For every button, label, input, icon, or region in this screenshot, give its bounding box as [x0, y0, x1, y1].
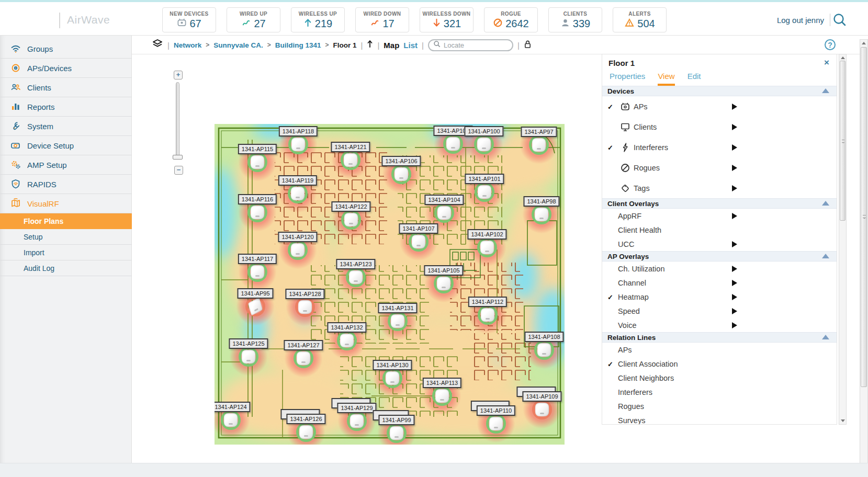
ap-marker[interactable]: 1341-AP122 — [341, 210, 361, 230]
sidebar-item-system[interactable]: System — [0, 117, 132, 136]
stat-card-wireless-up[interactable]: WIRELESS UP219 — [291, 7, 345, 32]
zoom-out-button[interactable]: − — [174, 166, 183, 175]
panel-row-aps[interactable]: ✓APs — [602, 96, 837, 117]
ap-marker[interactable]: 1341-AP108 — [534, 340, 554, 360]
close-icon[interactable]: × — [824, 58, 829, 68]
ap-marker[interactable]: 1341-AP1101341-AP110 — [486, 414, 506, 434]
zoom-slider-track[interactable] — [176, 82, 179, 157]
expand-arrow-icon[interactable] — [732, 308, 737, 314]
panel-row-rogues[interactable]: Rogues — [602, 157, 837, 178]
view-tab-map[interactable]: Map — [384, 41, 399, 50]
ap-marker[interactable]: 1341-AP104 — [434, 203, 454, 223]
section-header-relation-lines[interactable]: Relation Lines — [602, 332, 837, 343]
section-header-client-overlays[interactable]: Client Overlays — [602, 198, 837, 209]
ap-marker[interactable]: 1341-AP112 — [478, 305, 498, 325]
stat-card-clients[interactable]: CLIENTS339 — [548, 7, 602, 32]
collapse-icon[interactable] — [822, 335, 829, 339]
ap-marker[interactable]: 1341-AP101 — [475, 182, 494, 202]
panel-row-ch-utilization[interactable]: Ch. Utilization — [602, 262, 837, 276]
stat-card-new-devices[interactable]: NEW DEVICES67 — [162, 7, 216, 32]
stat-card-rogue[interactable]: ROGUE2642 — [484, 7, 538, 32]
stat-card-wireless-down[interactable]: WIRELESS DOWN321 — [420, 7, 474, 32]
page-scrollbar[interactable] — [860, 39, 868, 477]
section-header-ap-overlays[interactable]: AP Overlays — [602, 251, 837, 262]
panel-row-tags[interactable]: Tags — [602, 178, 837, 198]
view-tab-list[interactable]: List — [403, 41, 418, 50]
sidebar-item-clients[interactable]: Clients — [0, 78, 132, 97]
ap-marker[interactable]: 1341-AP130 — [382, 368, 402, 388]
layers-icon[interactable] — [152, 39, 163, 51]
expand-arrow-icon[interactable] — [732, 144, 737, 151]
expand-arrow-icon[interactable] — [732, 213, 737, 219]
expand-arrow-icon[interactable] — [732, 266, 737, 272]
ap-marker[interactable]: 1341-AP120 — [288, 240, 308, 260]
logout-link[interactable]: Log out jenny — [777, 16, 824, 25]
expand-arrow-icon[interactable] — [732, 124, 737, 130]
breadcrumb-link[interactable]: Network — [174, 41, 201, 49]
sidebar-item-amp-setup[interactable]: AMP Setup — [0, 155, 132, 175]
search-icon[interactable] — [831, 12, 848, 29]
ap-marker[interactable]: 1341-AP127 — [294, 348, 313, 368]
panel-row-heatmap[interactable]: ✓Heatmap — [602, 290, 837, 304]
ap-marker[interactable]: 1341-AP103 — [443, 134, 463, 154]
ap-marker[interactable]: 1341-AP107 — [409, 232, 429, 252]
ap-marker[interactable]: 1341-AP121 — [341, 150, 360, 170]
ap-marker[interactable]: 1341-AP991341-AP99 — [387, 423, 407, 443]
floor-plan-canvas[interactable]: 1341-AP1181341-AP1151341-AP1211341-AP103… — [215, 124, 565, 445]
zoom-slider-handle[interactable] — [173, 155, 183, 160]
collapse-icon[interactable] — [822, 254, 829, 258]
expand-arrow-icon[interactable] — [732, 165, 737, 171]
expand-arrow-icon[interactable] — [732, 280, 737, 286]
ap-marker[interactable]: 1341-AP117 — [247, 262, 267, 282]
ap-marker[interactable]: 1341-AP119 — [288, 184, 308, 203]
panel-row-channel[interactable]: Channel — [602, 276, 837, 290]
expand-arrow-icon[interactable] — [732, 294, 737, 300]
sidebar-item-reports[interactable]: Reports — [0, 97, 132, 117]
panel-row-client-association[interactable]: ✓Client Association — [602, 357, 837, 371]
sidebar-item-import[interactable]: Import — [0, 245, 132, 260]
ap-marker[interactable]: 1341-AP106 — [391, 164, 411, 184]
stat-card-wired-up[interactable]: WIRED UP27 — [227, 7, 280, 32]
sidebar-item-visualrf[interactable]: VisualRF — [0, 194, 132, 213]
tab-edit[interactable]: Edit — [687, 70, 701, 86]
tab-view[interactable]: View — [658, 70, 674, 86]
sidebar-item-device-setup[interactable]: Device Setup — [0, 136, 132, 155]
ap-marker[interactable]: 1341-AP97 — [529, 135, 549, 155]
panel-row-clients[interactable]: Clients — [602, 117, 837, 137]
breadcrumb-link[interactable]: Sunnyvale CA. — [213, 41, 263, 49]
ap-marker[interactable]: 1341-AP128 — [295, 297, 315, 317]
panel-row-aps[interactable]: APs — [602, 343, 837, 357]
panel-row-interferers[interactable]: Interferers — [602, 385, 837, 399]
panel-row-surveys[interactable]: Surveys — [602, 413, 837, 425]
ap-marker[interactable]: 1341-AP105 — [434, 274, 454, 293]
collapse-icon[interactable] — [822, 201, 829, 206]
sidebar-item-audit-log[interactable]: Audit Log — [0, 260, 132, 276]
panel-row-client-health[interactable]: Client Health — [602, 223, 837, 237]
ap-marker[interactable]: 1341-AP1091341-AP109 — [532, 400, 552, 419]
expand-arrow-icon[interactable] — [732, 322, 737, 328]
ap-marker[interactable]: 1341-AP116 — [247, 202, 267, 222]
sidebar-item-setup[interactable]: Setup — [0, 229, 132, 245]
help-icon[interactable]: ? — [825, 39, 836, 50]
stat-card-wired-down[interactable]: WIRED DOWN17 — [355, 7, 409, 32]
breadcrumb-link[interactable]: Building 1341 — [275, 41, 321, 49]
lock-icon[interactable] — [524, 40, 532, 51]
sidebar-item-groups[interactable]: Groups — [0, 39, 132, 59]
zoom-in-button[interactable]: + — [174, 71, 183, 80]
panel-row-client-neighbors[interactable]: Client Neighbors — [602, 371, 837, 385]
ap-marker[interactable]: 1341-AP102 — [477, 237, 497, 257]
expand-arrow-icon[interactable] — [732, 104, 737, 110]
panel-row-rogues[interactable]: Rogues — [602, 399, 837, 413]
ap-marker[interactable]: 1341-AP132 — [337, 331, 357, 350]
locate-input[interactable] — [444, 41, 501, 49]
ap-marker[interactable]: 1341-AP124 — [221, 410, 241, 430]
collapse-icon[interactable] — [822, 88, 829, 93]
sidebar-item-aps-devices[interactable]: APs/Devices — [0, 59, 132, 78]
ap-marker[interactable]: 1341-AP123 — [346, 267, 366, 287]
ap-marker[interactable]: 1341-AP1261341-AP126 — [296, 422, 316, 442]
panel-scrollbar[interactable] — [839, 54, 847, 425]
ap-marker[interactable]: 1341-AP98 — [532, 205, 551, 224]
ap-marker[interactable]: 1341-AP118 — [288, 134, 308, 154]
panel-row-interferers[interactable]: ✓Interferers — [602, 137, 837, 157]
ap-marker[interactable]: 1341-AP115 — [247, 152, 267, 172]
